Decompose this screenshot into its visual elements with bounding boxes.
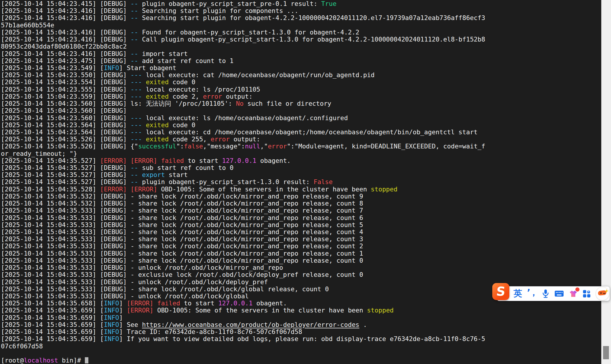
terminal-screen[interactable]: [2025-10-14 15:04:23.415] [DEBUG] -- plu… xyxy=(0,0,611,364)
log-line: 07c6f067d58 xyxy=(1,343,602,350)
log-line: [2025-10-14 15:04:35.659] [INFO] See htt… xyxy=(1,321,602,328)
log-line: [2025-10-14 15:04:35.533] [DEBUG] - unlo… xyxy=(1,264,602,271)
log-line: [2025-10-14 15:04:35.533] [DEBUG] - shar… xyxy=(1,257,602,264)
log-line: [2025-10-14 15:04:23.416] [DEBUG] -- Sea… xyxy=(1,7,602,14)
log-line: [2025-10-14 15:04:35.533] [DEBUG] - shar… xyxy=(1,236,602,243)
log-line: [2025-10-14 15:04:35.659] [INFO] [ERROR]… xyxy=(1,307,602,314)
log-line: [2025-10-14 15:04:35.526] [DEBUG] {"succ… xyxy=(1,143,602,150)
log-line: [2025-10-14 15:04:35.533] [DEBUG] - shar… xyxy=(1,214,602,221)
error-codes-link[interactable]: https://www.oceanbase.com/product/ob-dep… xyxy=(142,321,359,328)
log-line: [2025-10-14 15:04:23.416] [DEBUG] -- Fou… xyxy=(1,29,602,36)
log-line: [2025-10-14 15:04:35.533] [DEBUG] - shar… xyxy=(1,250,602,257)
terminal-output: [2025-10-14 15:04:23.415] [DEBUG] -- plu… xyxy=(1,0,602,364)
log-line: [2025-10-14 15:04:23.555] [DEBUG] --- lo… xyxy=(1,86,602,93)
log-line: [2025-10-14 15:04:35.528] [ERROR] [ERROR… xyxy=(1,186,602,193)
ime-language-mode-button[interactable]: 英 xyxy=(513,288,522,300)
log-line: [2025-10-14 15:04:35.527] [DEBUG] -- plu… xyxy=(1,178,602,186)
log-line: [2025-10-14 15:04:35.533] [DEBUG] - shar… xyxy=(1,221,602,229)
log-line: [2025-10-14 15:04:35.659] [INFO] xyxy=(1,314,602,321)
voice-input-icon[interactable] xyxy=(542,289,549,298)
shell-prompt: [root@localhost bin]# xyxy=(1,357,602,364)
log-line: [2025-10-14 15:04:23.550] [DEBUG] --- lo… xyxy=(1,72,602,79)
log-line: [2025-10-14 15:04:23.554] [DEBUG] --- ex… xyxy=(1,79,602,86)
log-line: [2025-10-14 15:04:23.416] [DEBUG] -- Cal… xyxy=(1,36,602,43)
log-line: [2025-10-14 15:04:35.533] [DEBUG] - shar… xyxy=(1,207,602,214)
toolbox-grid-icon[interactable] xyxy=(583,290,591,298)
log-line: [2025-10-14 15:04:35.527] [DEBUG] -- sub… xyxy=(1,164,602,171)
log-line: [2025-10-14 15:04:23.416] [DEBUG] -- Sea… xyxy=(1,14,602,21)
log-line: [2025-10-14 15:04:35.527] [DEBUG] -- exp… xyxy=(1,171,602,178)
log-line: [2025-10-14 15:04:23.560] [DEBUG] xyxy=(1,107,602,114)
ime-punctuation-button[interactable]: ’， xyxy=(527,287,537,301)
log-line: [2025-10-14 15:04:23.560] [DEBUG] --- lo… xyxy=(1,115,602,122)
skin-icon[interactable] xyxy=(569,289,578,298)
virtual-keyboard-icon[interactable] xyxy=(554,290,564,297)
log-line: [2025-10-14 15:04:35.533] [DEBUG] - shar… xyxy=(1,243,602,250)
log-line: [2025-10-14 15:04:23.564] [DEBUG] --- lo… xyxy=(1,129,602,136)
log-line: [2025-10-14 15:04:35.532] [DEBUG] - shar… xyxy=(1,193,602,200)
log-line: [2025-10-14 15:04:23.549] [INFO] Start o… xyxy=(1,64,602,72)
log-line: [2025-10-14 15:04:35.527] [ERROR] [ERROR… xyxy=(1,157,602,164)
log-line: [2025-10-14 15:04:23.560] [DEBUG] ls: 无法… xyxy=(1,100,602,107)
log-line: 57b1ae660b554e xyxy=(1,22,602,29)
scrollbar-thumb[interactable] xyxy=(603,346,609,359)
assistant-mascot-icon[interactable] xyxy=(596,287,609,300)
skin-badge xyxy=(575,287,579,292)
log-line: [2025-10-14 15:04:35.659] [INFO] If you … xyxy=(1,335,602,343)
log-line: 80953c2043ddaf80d6180cf22bb8c8ac2 xyxy=(1,43,602,50)
log-line: [2025-10-14 15:04:23.559] [DEBUG] --- ex… xyxy=(1,93,602,100)
sogou-logo-letter: S xyxy=(496,285,506,298)
terminal-cursor xyxy=(85,357,89,363)
log-line: [2025-10-14 15:04:23.475] [DEBUG] -- add… xyxy=(1,57,602,64)
log-line: [2025-10-14 15:04:35.533] [DEBUG] - unlo… xyxy=(1,279,602,286)
log-line: [2025-10-14 15:04:35.532] [DEBUG] - shar… xyxy=(1,200,602,207)
log-line: [2025-10-14 15:04:23.416] [DEBUG] -- imp… xyxy=(1,50,602,57)
log-line xyxy=(1,350,602,357)
log-line: [2025-10-14 15:04:35.526] [DEBUG] --- ex… xyxy=(1,136,602,143)
sogou-logo[interactable]: S xyxy=(492,283,509,300)
ime-toolbar: 英 ’， xyxy=(497,286,610,301)
scrollbar-track[interactable] xyxy=(601,0,611,364)
log-line: [2025-10-14 15:04:23.564] [DEBUG] --- ex… xyxy=(1,122,602,129)
log-line: [2025-10-14 15:04:35.533] [DEBUG] - shar… xyxy=(1,229,602,236)
log-line: [2025-10-14 15:04:35.659] [INFO] Trace I… xyxy=(1,328,602,335)
log-line: [2025-10-14 15:04:35.533] [DEBUG] - excl… xyxy=(1,271,602,278)
log-line: [2025-10-14 15:04:23.415] [DEBUG] -- plu… xyxy=(1,0,602,7)
log-line: or_ready_timeout; "} xyxy=(1,150,602,157)
